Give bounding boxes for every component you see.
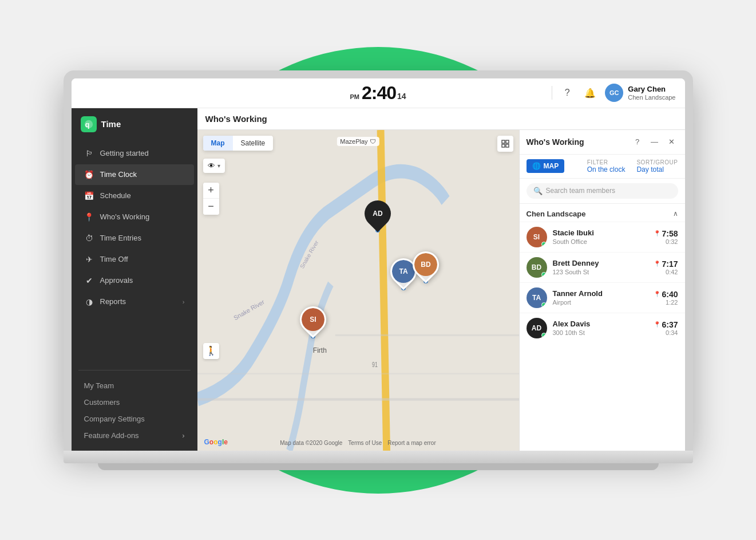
filter-section: FILTER On the clock — [587, 159, 626, 174]
sidebar-label-time-off: Time Off — [100, 255, 185, 263]
sort-section: SORT/GROUP Day total — [636, 159, 678, 174]
emp-time-stacie: 📍 7:58 0:32 — [654, 229, 678, 245]
my-team-label: My Team — [84, 381, 114, 390]
svg-text:91: 91 — [372, 360, 378, 368]
sidebar-nav: 🏳 Getting started ⏰ Time Clock 📅 Schedul… — [72, 140, 197, 365]
sidebar-item-feature-addons[interactable]: Feature Add-ons › — [72, 427, 197, 444]
emp-info-tanner: Tanner Arnold Airport — [553, 289, 648, 306]
sidebar-label-schedule: Schedule — [100, 191, 185, 200]
time-display: PM 2:40 14 — [350, 82, 406, 104]
street-view-icon[interactable]: 🚶 — [203, 343, 219, 359]
emp-hours-alex: 📍 6:37 — [654, 320, 678, 329]
company-section: Chen Landscape ∧ SI — [520, 204, 685, 451]
user-name: Gary Chen — [628, 85, 675, 94]
sidebar-item-schedule[interactable]: 📅 Schedule — [75, 186, 194, 206]
emp-minutes-tanner: 1:22 — [654, 299, 678, 306]
emp-hours-tanner: 📍 6:40 — [654, 290, 678, 299]
sidebar-item-company-settings[interactable]: Company Settings — [72, 411, 197, 427]
sidebar-item-whos-working[interactable]: 📍 Who's Working — [75, 207, 194, 227]
time-seconds: 14 — [397, 92, 406, 101]
terms-of-use-link[interactable]: Terms of Use — [348, 440, 382, 446]
employee-row-brett[interactable]: BD Brett Denney 123 South St — [520, 252, 685, 282]
sidebar-label-whos-working: Who's Working — [100, 212, 185, 221]
timer-icon: ⏱ — [84, 233, 94, 243]
company-header: Chen Landscape ∧ — [520, 204, 685, 222]
google-logo: Google — [204, 438, 228, 446]
sidebar-secondary: My Team Customers Company Settings Featu… — [72, 375, 197, 451]
emp-name-brett: Brett Denney — [553, 259, 648, 269]
map-tab-label: MAP — [544, 162, 559, 170]
map-view-control[interactable]: 👁 ▾ — [203, 159, 225, 173]
location-pin-icon: 📍 — [654, 230, 660, 237]
sort-value[interactable]: Day total — [636, 165, 678, 174]
filter-value[interactable]: On the clock — [587, 165, 626, 174]
svg-rect-10 — [506, 144, 509, 147]
report-map-error-link[interactable]: Report a map error — [387, 440, 436, 446]
user-text: Gary Chen Chen Landscape — [628, 85, 675, 101]
avatar-tanner: TA — [527, 287, 547, 308]
sidebar-label-time-entries: Time Entries — [100, 234, 185, 242]
help-circle-icon[interactable]: ? — [631, 136, 644, 148]
svg-rect-8 — [506, 140, 509, 143]
sidebar-logo: q Time — [72, 108, 197, 140]
sidebar-item-time-clock[interactable]: ⏰ Time Clock — [75, 164, 194, 185]
zoom-out-button[interactable]: − — [203, 199, 219, 215]
panel-title: Who's Working — [527, 137, 584, 147]
chevron-up-icon[interactable]: ∧ — [673, 210, 678, 218]
sidebar-item-my-team[interactable]: My Team — [72, 377, 197, 394]
help-icon[interactable]: ? — [559, 85, 575, 101]
user-company: Chen Landscape — [628, 94, 675, 101]
clock-icon: ⏰ — [84, 170, 94, 180]
expand-map-button[interactable] — [497, 136, 513, 152]
avatar-brett: BD — [527, 257, 547, 278]
employee-row-stacie[interactable]: SI Stacie Ibuki South Office — [520, 222, 685, 252]
mazplay-label: MazePlay 🛡 — [337, 137, 379, 146]
map-btn-map[interactable]: Map — [203, 136, 233, 151]
reports-arrow: › — [183, 298, 185, 305]
sidebar-item-approvals[interactable]: ✔ Approvals — [75, 270, 194, 291]
airplane-icon: ✈ — [84, 254, 94, 265]
emp-info-alex: Alex Davis 300 10th St — [553, 320, 648, 336]
sidebar-item-time-off[interactable]: ✈ Time Off — [75, 249, 194, 270]
map-pin-stacie-ibuki[interactable]: SI — [300, 306, 326, 338]
map-tab-button[interactable]: 🌐 MAP — [527, 159, 565, 173]
top-divider — [552, 86, 552, 100]
sidebar-item-getting-started[interactable]: 🏳 Getting started — [75, 143, 194, 164]
employee-row-alex[interactable]: AD Alex Davis 300 10th St — [520, 313, 685, 343]
close-icon[interactable]: ✕ — [666, 136, 678, 148]
emp-name-stacie: Stacie Ibuki — [553, 228, 648, 238]
zoom-controls: + − — [203, 183, 219, 215]
sidebar-divider — [78, 370, 191, 370]
emp-minutes-stacie: 0:32 — [654, 238, 678, 245]
whos-working-title: Who's Working — [205, 114, 267, 124]
zoom-in-button[interactable]: + — [203, 183, 219, 199]
bell-icon[interactable]: 🔔 — [582, 85, 598, 101]
top-bar: PM 2:40 14 ? 🔔 GC Gary Chen Chen Landsca… — [72, 78, 685, 108]
sidebar-item-reports[interactable]: ◑ Reports › — [75, 291, 194, 312]
user-info[interactable]: GC Gary Chen Chen Landscape — [605, 84, 675, 102]
minimize-icon[interactable]: — — [648, 136, 661, 148]
emp-location-brett: 123 South St — [553, 269, 648, 275]
emp-info-stacie: Stacie Ibuki South Office — [553, 228, 648, 245]
laptop-foot — [98, 463, 659, 470]
online-indicator-brett — [541, 272, 547, 277]
customers-label: Customers — [84, 398, 120, 407]
map-area: 91 Snake River Snake River Map Satellite — [197, 130, 519, 451]
sidebar-item-customers[interactable]: Customers — [72, 394, 197, 411]
time-period: PM — [350, 93, 359, 100]
company-settings-label: Company Settings — [84, 415, 145, 423]
map-footer: Map data ©2020 Google Terms of Use Repor… — [280, 440, 436, 446]
eye-icon: 👁 — [208, 161, 215, 170]
employee-row-tanner[interactable]: TA Tanner Arnold Airport — [520, 282, 685, 313]
map-pin-alex-davis[interactable]: AD — [365, 200, 391, 232]
map-pin-brett-denney[interactable]: BD — [413, 251, 439, 283]
panel-search: 🔍 — [520, 179, 685, 204]
check-icon: ✔ — [84, 275, 94, 286]
globe-icon: 🌐 — [532, 162, 541, 170]
search-input[interactable] — [546, 187, 671, 195]
location-pin-icon-tanner: 📍 — [654, 291, 660, 297]
sidebar-item-time-entries[interactable]: ⏱ Time Entries — [75, 228, 194, 249]
avatar-alex: AD — [527, 318, 547, 338]
map-btn-satellite[interactable]: Satellite — [233, 136, 274, 151]
emp-location-stacie: South Office — [553, 238, 648, 245]
